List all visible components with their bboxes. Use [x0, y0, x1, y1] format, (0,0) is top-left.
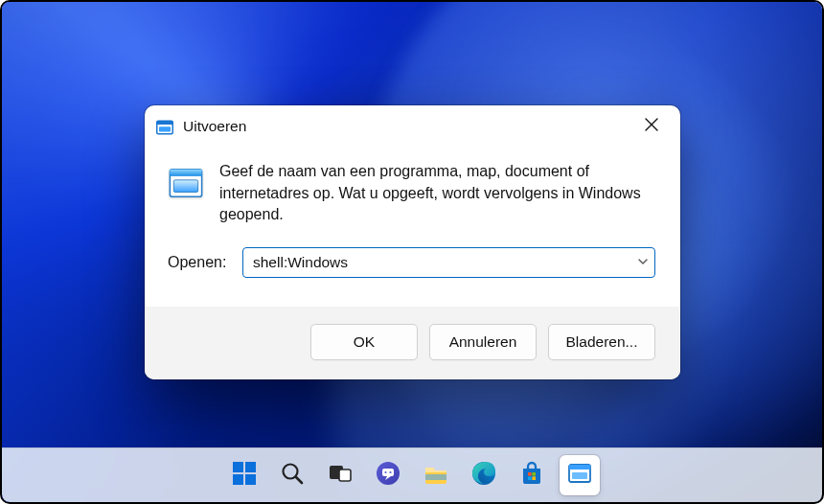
cancel-button[interactable]: Annuleren — [429, 324, 537, 360]
run-dialog: Uitvoeren — [145, 105, 680, 379]
ok-button[interactable]: OK — [310, 324, 418, 360]
taskbar-start[interactable] — [224, 455, 264, 495]
svg-rect-21 — [532, 472, 536, 476]
svg-rect-8 — [233, 474, 243, 485]
taskbar-chat[interactable] — [368, 455, 408, 495]
svg-point-16 — [384, 471, 386, 473]
svg-rect-15 — [382, 469, 394, 476]
chevron-down-icon[interactable] — [637, 254, 649, 271]
taskbar-search[interactable] — [272, 455, 312, 495]
open-input[interactable] — [251, 253, 637, 272]
svg-rect-13 — [339, 470, 351, 481]
browse-button[interactable]: Bladeren... — [548, 324, 655, 360]
svg-line-11 — [296, 477, 302, 483]
svg-rect-20 — [528, 472, 532, 476]
svg-rect-18 — [425, 474, 446, 480]
search-icon — [280, 461, 305, 490]
svg-rect-23 — [532, 476, 536, 480]
svg-rect-4 — [170, 170, 201, 176]
edge-icon — [471, 461, 496, 490]
run-app-icon — [168, 165, 204, 205]
titlebar: Uitvoeren — [145, 105, 680, 148]
taskbar — [2, 447, 822, 502]
dialog-message: Geef de naam van een programma, map, doc… — [219, 161, 655, 226]
svg-rect-22 — [528, 476, 532, 480]
taskbar-run[interactable] — [560, 455, 600, 495]
svg-rect-9 — [245, 474, 256, 485]
taskbar-store[interactable] — [512, 455, 552, 495]
svg-rect-7 — [245, 462, 256, 472]
svg-rect-1 — [157, 121, 173, 125]
taskbar-task-view[interactable] — [320, 455, 360, 495]
folder-icon — [423, 461, 448, 490]
svg-rect-26 — [572, 472, 587, 479]
run-taskbar-icon — [567, 461, 592, 490]
svg-rect-2 — [159, 126, 171, 131]
svg-rect-6 — [233, 462, 243, 472]
svg-rect-25 — [569, 465, 590, 470]
open-combobox[interactable] — [242, 247, 655, 278]
open-label: Openen: — [168, 254, 235, 271]
chat-icon — [376, 461, 401, 490]
close-button[interactable] — [630, 109, 673, 144]
taskbar-edge[interactable] — [464, 455, 504, 495]
taskbar-file-explorer[interactable] — [416, 455, 456, 495]
run-window-icon — [156, 119, 173, 136]
dialog-title: Uitvoeren — [183, 118, 630, 135]
close-icon — [645, 118, 658, 135]
button-bar: OK Annuleren Bladeren... — [145, 307, 680, 379]
windows-start-icon — [232, 461, 257, 490]
task-view-icon — [328, 461, 353, 490]
store-icon — [519, 461, 544, 490]
svg-rect-5 — [173, 180, 197, 193]
svg-point-17 — [389, 471, 391, 473]
